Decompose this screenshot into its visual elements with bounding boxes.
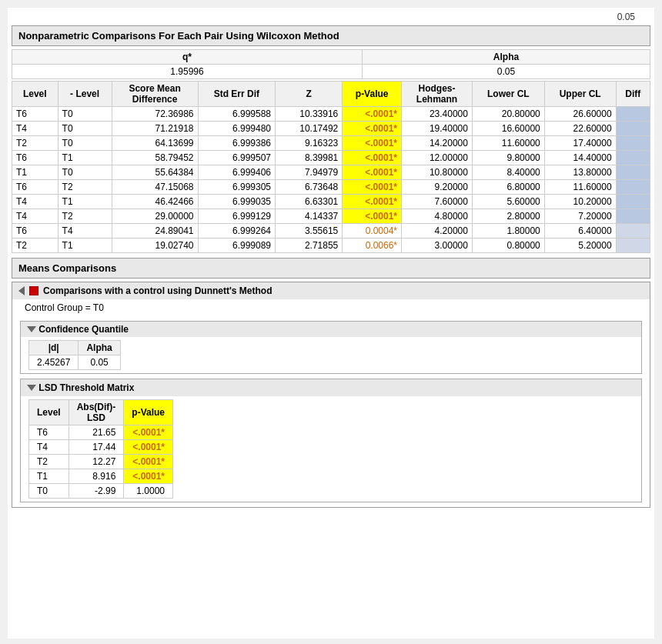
top-value-text: 0.05 bbox=[617, 12, 635, 22]
dunnett-icon bbox=[29, 286, 38, 295]
conf-alpha-value: 0.05 bbox=[79, 355, 120, 370]
table-row: T1 bbox=[12, 165, 59, 180]
col-std-err-dif: Std Err Dif bbox=[198, 82, 276, 107]
dunnett-section: Comparisons with a control using Dunnett… bbox=[12, 282, 650, 508]
table-row: T6 bbox=[12, 224, 59, 239]
table-row: T6 bbox=[12, 107, 59, 122]
list-item: T4 bbox=[29, 440, 69, 455]
page-container: 0.05 Nonparametric Comparisons For Each … bbox=[8, 8, 654, 639]
confidence-header: Confidence Quantile bbox=[21, 322, 641, 337]
q-star-value: 1.95996 bbox=[12, 65, 363, 79]
means-comparisons-title: Means Comparisons bbox=[18, 262, 116, 274]
d-header: |d| bbox=[29, 341, 79, 355]
col-lower-cl: Lower CL bbox=[472, 82, 544, 107]
control-group-label: Control Group = T0 bbox=[25, 302, 104, 313]
confidence-section: Confidence Quantile |d| Alpha 2.45267 0.… bbox=[20, 321, 642, 374]
means-comparisons-header: Means Comparisons bbox=[12, 258, 650, 279]
col-minus-level: - Level bbox=[58, 82, 112, 107]
wilcoxon-params-table: q* Alpha 1.95996 0.05 bbox=[12, 49, 650, 79]
col-upper-cl: Upper CL bbox=[544, 82, 616, 107]
col-z: Z bbox=[276, 82, 343, 107]
d-value: 2.45267 bbox=[29, 355, 79, 370]
col-level: Level bbox=[12, 82, 59, 107]
lsd-col-abs-dif: Abs(Dif)-LSD bbox=[69, 400, 124, 425]
table-row: T6 bbox=[12, 180, 59, 195]
table-row: T2 bbox=[12, 239, 59, 253]
list-item: T2 bbox=[29, 455, 69, 469]
confidence-collapse-icon[interactable] bbox=[27, 326, 36, 332]
wilcoxon-main-table: Level - Level Score MeanDifference Std E… bbox=[12, 81, 650, 253]
table-row: T4 bbox=[12, 209, 59, 224]
alpha-header: Alpha bbox=[363, 50, 650, 65]
wilcoxon-title: Nonparametric Comparisons For Each Pair … bbox=[18, 30, 339, 42]
list-item: T6 bbox=[29, 425, 69, 440]
confidence-title: Confidence Quantile bbox=[38, 324, 129, 335]
col-score-mean-diff: Score MeanDifference bbox=[112, 82, 198, 107]
lsd-section: LSD Threshold Matrix Level Abs(Dif)-LSD … bbox=[20, 379, 642, 502]
lsd-col-p-value: p-Value bbox=[124, 400, 173, 425]
list-item: T1 bbox=[29, 469, 69, 484]
top-value: 0.05 bbox=[12, 12, 650, 22]
lsd-header: LSD Threshold Matrix bbox=[21, 379, 641, 396]
table-row: T4 bbox=[12, 195, 59, 209]
list-item: T0 bbox=[29, 484, 69, 499]
dunnett-header: Comparisons with a control using Dunnett… bbox=[12, 282, 650, 299]
table-row: T6 bbox=[12, 151, 59, 165]
lsd-title: LSD Threshold Matrix bbox=[38, 382, 134, 393]
col-diff: Diff bbox=[616, 82, 650, 107]
lsd-table: Level Abs(Dif)-LSD p-Value T6 21.65 <.00… bbox=[28, 399, 173, 499]
table-row: T2 bbox=[12, 136, 59, 151]
col-p-value: p-Value bbox=[343, 82, 402, 107]
conf-alpha-header: Alpha bbox=[79, 341, 120, 355]
confidence-table: |d| Alpha 2.45267 0.05 bbox=[28, 340, 121, 370]
lsd-collapse-icon[interactable] bbox=[27, 385, 36, 391]
col-hodges: Hodges-Lehmann bbox=[402, 82, 473, 107]
wilcoxon-section-header: Nonparametric Comparisons For Each Pair … bbox=[12, 25, 650, 46]
collapse-icon[interactable] bbox=[18, 286, 25, 295]
control-group: Control Group = T0 bbox=[12, 299, 650, 316]
q-star-header: q* bbox=[12, 50, 363, 65]
alpha-value: 0.05 bbox=[363, 65, 650, 79]
lsd-col-level: Level bbox=[29, 400, 69, 425]
table-row: T4 bbox=[12, 122, 59, 136]
dunnett-title: Comparisons with a control using Dunnett… bbox=[43, 285, 272, 296]
